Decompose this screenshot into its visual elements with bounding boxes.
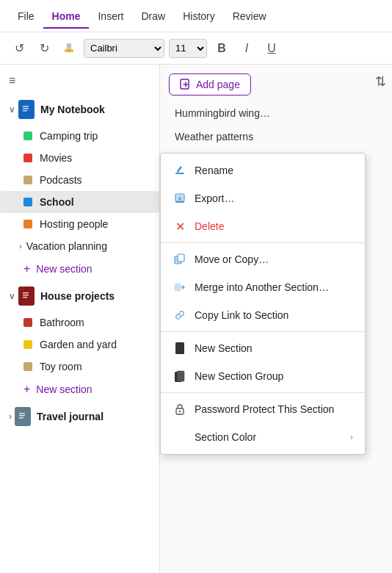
notebook-house-projects[interactable]: ∨ House projects — [0, 281, 159, 311]
ctx-export-label: Export… — [195, 192, 353, 204]
hamburger-icon: ≡ — [9, 74, 15, 87]
sidebar: ≡ ∨ My Notebook Camping trip Movies — [0, 65, 160, 573]
section-hosting-people[interactable]: Hosting people — [0, 213, 159, 235]
merge-icon — [173, 280, 187, 295]
svg-rect-5 — [23, 108, 29, 109]
section-vacation-planning[interactable]: › Vacation planning — [0, 235, 159, 257]
new-section-my-notebook[interactable]: + New section — [0, 257, 159, 281]
section-dot-podcasts — [23, 176, 32, 184]
ctx-new-section[interactable]: New Section — [161, 334, 365, 362]
underline-button[interactable]: U — [261, 38, 282, 59]
menu-draw[interactable]: Draw — [132, 4, 174, 28]
toolbar: ↺ ↻ Cailbri 11 B I U — [0, 32, 392, 65]
section-bathroom[interactable]: Bathroom — [0, 311, 159, 334]
svg-rect-9 — [23, 295, 29, 296]
svg-rect-6 — [23, 110, 27, 112]
section-podcasts[interactable]: Podcasts — [0, 169, 159, 191]
svg-rect-22 — [178, 254, 184, 262]
menu-bar: File Home Insert Draw History Review — [0, 0, 392, 32]
chevron-down-icon: ∨ — [9, 104, 15, 115]
menu-review[interactable]: Review — [224, 4, 275, 28]
page-weather[interactable]: Weather patterns — [166, 125, 386, 148]
plus-icon-my-notebook: + — [23, 262, 30, 275]
notebook-icon-house — [18, 286, 35, 306]
ctx-section-color[interactable]: Section Color › — [161, 423, 365, 451]
font-select[interactable]: Cailbri — [84, 39, 164, 58]
delete-icon: ✕ — [173, 219, 187, 234]
ctx-move-copy[interactable]: Move or Copy… — [161, 245, 365, 273]
menu-file[interactable]: File — [9, 4, 43, 28]
svg-rect-10 — [23, 297, 27, 298]
highlight-icon — [62, 42, 76, 55]
section-dot-movies — [23, 154, 32, 162]
section-label-camping: Camping trip — [40, 130, 98, 142]
svg-rect-3 — [21, 103, 32, 116]
section-dot-hosting — [23, 220, 32, 228]
plus-icon-house: + — [23, 383, 30, 396]
section-garden[interactable]: Garden and yard — [0, 334, 159, 356]
menu-home[interactable]: Home — [43, 4, 90, 28]
section-label-hosting: Hosting people — [40, 218, 108, 230]
ctx-copy-link[interactable]: Copy Link to Section — [161, 301, 365, 329]
svg-rect-1 — [67, 43, 71, 50]
section-label-toy: Toy room — [40, 361, 82, 372]
svg-rect-26 — [177, 371, 184, 381]
copy-link-icon — [173, 308, 187, 322]
bold-button[interactable]: B — [211, 38, 232, 59]
new-section-icon — [173, 341, 187, 356]
section-camping-trip[interactable]: Camping trip — [0, 125, 159, 147]
section-toy-room[interactable]: Toy room — [0, 356, 159, 378]
section-label-school: School — [40, 196, 74, 208]
section-label-bathroom: Bathroom — [40, 317, 84, 328]
section-label-garden: Garden and yard — [40, 339, 117, 350]
ctx-password[interactable]: Password Protect This Section — [161, 395, 365, 423]
svg-rect-4 — [23, 106, 29, 107]
page-hummingbird[interactable]: Hummingbird wing… — [166, 101, 386, 125]
ctx-section-color-label: Section Color — [195, 431, 350, 443]
undo-button[interactable]: ↺ — [9, 38, 29, 59]
svg-rect-7 — [21, 289, 32, 303]
ctx-export[interactable]: Export… — [161, 184, 365, 212]
add-page-button[interactable]: Add page — [169, 73, 251, 96]
svg-rect-19 — [175, 201, 184, 203]
section-dot-garden — [23, 340, 32, 349]
ctx-copy-link-label: Copy Link to Section — [195, 309, 353, 321]
section-movies[interactable]: Movies — [0, 147, 159, 169]
section-arrow-vacation: › — [19, 242, 22, 251]
notebook-svg — [21, 102, 32, 117]
ctx-merge[interactable]: Merge into Another Section… — [161, 273, 365, 301]
notebook-icon-travel — [15, 407, 31, 426]
section-color-icon — [173, 430, 187, 444]
move-copy-icon — [173, 252, 187, 267]
notebook-house-svg — [21, 289, 32, 303]
ctx-rename[interactable]: Rename — [161, 156, 365, 184]
ctx-new-section-group[interactable]: New Section Group — [161, 362, 365, 390]
section-school[interactable]: School — [0, 191, 159, 213]
notebook-my-notebook[interactable]: ∨ My Notebook — [0, 94, 159, 125]
menu-history[interactable]: History — [174, 4, 224, 28]
size-select[interactable]: 11 — [169, 39, 207, 58]
hamburger-button[interactable]: ≡ — [0, 68, 159, 94]
menu-insert[interactable]: Insert — [89, 4, 132, 28]
ctx-divider-3 — [161, 392, 365, 393]
rename-icon — [173, 163, 187, 178]
section-dot-school — [23, 198, 32, 206]
highlight-button[interactable] — [59, 38, 79, 59]
new-section-house[interactable]: + New section — [0, 378, 159, 401]
svg-rect-13 — [19, 415, 25, 417]
svg-point-28 — [179, 411, 181, 412]
notebook-travel-svg — [17, 409, 29, 424]
redo-button[interactable]: ↻ — [34, 38, 54, 59]
notebook-travel-journal[interactable]: › Travel journal — [0, 401, 159, 432]
password-icon — [173, 402, 187, 417]
sort-button[interactable]: ⇅ — [375, 73, 386, 90]
ctx-divider-1 — [161, 242, 365, 243]
svg-rect-16 — [175, 173, 184, 174]
italic-button[interactable]: I — [236, 38, 257, 59]
ctx-delete[interactable]: ✕ Delete — [161, 212, 365, 240]
export-icon — [173, 191, 187, 206]
section-dot-toy — [23, 362, 32, 371]
section-color-arrow-icon: › — [350, 432, 353, 442]
ctx-password-label: Password Protect This Section — [195, 403, 353, 415]
svg-rect-23 — [175, 284, 181, 291]
